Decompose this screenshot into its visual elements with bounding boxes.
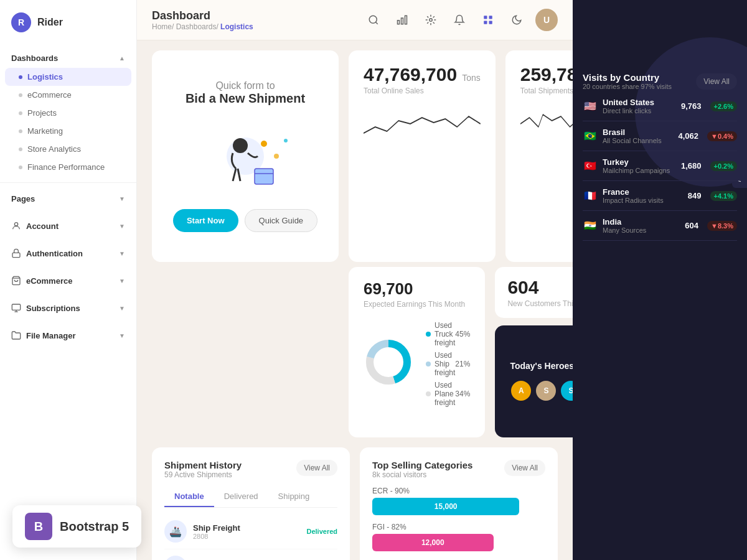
chevron-icon: ▼ <box>119 250 125 257</box>
br-name: Brasil <box>603 128 673 137</box>
account-section-header[interactable]: Account ▼ <box>0 216 136 236</box>
subscriptions-section-header[interactable]: Subscriptions ▼ <box>0 298 136 318</box>
visits-by-country: Visits by Country 20 countries share 97%… <box>573 62 747 241</box>
sidebar-item-marketing[interactable]: Marketing <box>0 122 136 140</box>
dark-mode-icon[interactable] <box>507 10 527 30</box>
svg-point-17 <box>233 138 248 153</box>
new-customers-card: 604 New Customers This Month <box>495 267 573 318</box>
list-item: 🇺🇸 United States Direct link clicks 9,76… <box>583 91 737 121</box>
dashboards-section-header[interactable]: Dashboards ▲ <box>0 49 136 68</box>
sidebar-item-label: Logistics <box>27 72 63 82</box>
quick-guide-button[interactable]: Quick Guide <box>245 209 318 232</box>
ecommerce-sidebar-header[interactable]: eCommerce ▼ <box>0 271 136 291</box>
active-dot <box>19 75 22 79</box>
breadcrumb-dashboards[interactable]: Dashboards/ <box>176 22 220 31</box>
sidebar-item-label: Projects <box>27 108 57 118</box>
shipment-view-all-button[interactable]: View All <box>296 460 337 476</box>
dashboards-label: Dashboards <box>11 54 58 63</box>
bottom-grid: Shipment History 59 Active Shipments Vie… <box>137 447 573 560</box>
selling-view-all-button[interactable]: View All <box>504 460 545 476</box>
bar-ecr-label: ECR - 90% <box>372 487 545 495</box>
pages-section: Pages ▼ <box>0 185 136 212</box>
account-section: Account ▼ <box>0 212 136 240</box>
sidebar-item-finance-performance[interactable]: Finance Performance <box>0 158 136 176</box>
analytics-icon[interactable] <box>392 10 412 30</box>
country-title: Visits by Country <box>583 72 672 83</box>
in-change: ▼8.3% <box>707 221 737 231</box>
earnings-number: 69,700 <box>364 279 413 299</box>
tab-shipping[interactable]: Shipping <box>268 487 320 507</box>
svg-rect-3 <box>12 304 20 310</box>
chevron-up-icon: ▲ <box>119 55 125 62</box>
svg-rect-18 <box>255 169 273 184</box>
breadcrumb: Home/ Dashboards/ Logistics <box>152 22 253 31</box>
authentication-section-header[interactable]: Authentication ▼ <box>0 243 136 263</box>
tab-notable[interactable]: Notable <box>164 487 214 507</box>
svg-point-22 <box>284 139 288 142</box>
sidebar-item-ecommerce[interactable]: eCommerce <box>0 86 136 104</box>
tr-info: Turkey Mailchimp Campaigns <box>603 157 676 174</box>
pages-section-header[interactable]: Pages ▼ <box>0 189 136 208</box>
fr-name: France <box>603 187 683 197</box>
fr-info: France Impact Radius visits <box>603 187 683 204</box>
file-manager-section-header[interactable]: File Manager ▼ <box>0 325 136 345</box>
new-customers-number: 604 <box>507 277 538 297</box>
shipment-header: Shipment History 59 Active Shipments Vie… <box>164 460 337 479</box>
app-name: Rider <box>37 17 63 28</box>
svg-point-0 <box>14 223 17 226</box>
breadcrumb-home[interactable]: Home/ <box>152 22 176 31</box>
topbar-title-area: Dashboard Home/ Dashboards/ Logistics <box>152 9 253 31</box>
selling-subtitle: 8k social visitors <box>372 470 472 479</box>
bootstrap-icon: B <box>25 513 52 540</box>
sidebar-item-logistics[interactable]: Logistics <box>5 68 131 86</box>
settings-icon[interactable] <box>421 10 441 30</box>
total-sales-card: 47,769,700 Tons Total Online Sales <box>349 50 496 262</box>
bar-ecr-fill: 15,000 <box>372 498 519 515</box>
list-item: 🇫🇷 France Impact Radius visits 849 +4.1% <box>583 181 737 211</box>
plane-pct: 34% <box>455 390 470 398</box>
bootstrap-text: Bootstrap 5 <box>60 520 129 534</box>
svg-line-7 <box>375 22 377 24</box>
total-shipments-number: 259,786 <box>520 64 573 85</box>
dot-icon <box>19 129 22 133</box>
notifications-icon[interactable] <box>449 10 469 30</box>
top-grid: Quick form to Bid a New Shipment <box>137 40 573 267</box>
dot-icon <box>19 166 22 169</box>
tab-delivered[interactable]: Delivered <box>214 487 268 507</box>
ship-label: Used Ship freight <box>435 351 455 377</box>
start-now-button[interactable]: Start Now <box>173 209 238 232</box>
ecommerce-sidebar-section: eCommerce ▼ <box>0 267 136 294</box>
br-flag: 🇧🇷 <box>583 131 598 142</box>
search-icon[interactable] <box>364 10 383 30</box>
file-manager-label: File Manager <box>26 331 75 340</box>
plane-dot <box>426 391 431 396</box>
sidebar-item-projects[interactable]: Projects <box>0 104 136 122</box>
svg-rect-13 <box>489 16 492 19</box>
avatar-3: S <box>560 380 573 402</box>
pages-label: Pages <box>11 194 35 203</box>
top-selling-card: Top Selling Categories 8k social visitor… <box>360 447 558 560</box>
truck-label: Used Truck freight <box>435 321 455 347</box>
country-view-all-button[interactable]: View All <box>696 73 737 90</box>
svg-rect-8 <box>405 16 407 24</box>
in-source: Many Sources <box>603 226 680 234</box>
br-change: ▼0.4% <box>707 131 737 141</box>
heroes-avatar-row: A S S P J +42 <box>510 380 573 402</box>
authentication-label: Authentication <box>26 249 83 258</box>
sidebar-item-store-analytics[interactable]: Store Analytics <box>0 140 136 158</box>
logo-icon: R <box>11 12 31 32</box>
plane-legend: Used Plane freight 34% <box>426 381 470 407</box>
bar-ecr: ECR - 90% 15,000 <box>372 487 545 515</box>
authentication-section: Authentication ▼ <box>0 240 136 267</box>
hotel-icon: 🏨 <box>164 556 187 560</box>
in-visits: 604 <box>685 221 698 230</box>
chevron-icon: ▼ <box>119 223 125 230</box>
hero-subtitle: Quick form to <box>215 80 275 91</box>
grid-icon[interactable] <box>478 10 498 30</box>
topbar: Dashboard Home/ Dashboards/ Logistics <box>137 0 573 40</box>
user-avatar[interactable]: U <box>535 9 558 31</box>
svg-point-20 <box>261 141 267 147</box>
total-sales-unit: Tons <box>462 73 481 83</box>
total-sales-label: Total Online Sales <box>364 86 481 95</box>
truck-legend: Used Truck freight 45% <box>426 321 470 347</box>
